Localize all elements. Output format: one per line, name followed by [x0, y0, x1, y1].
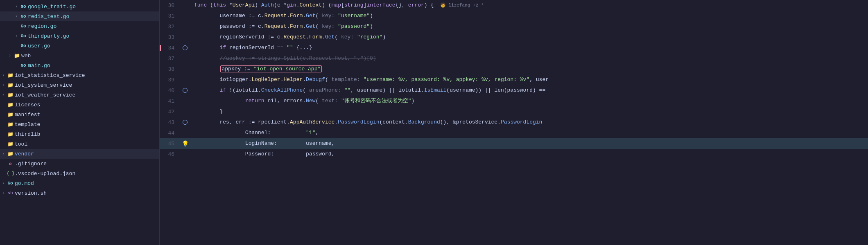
expand-arrow: ›: [0, 152, 7, 156]
sidebar-item-iot-statistics[interactable]: › 📁 iot_statistics_service: [0, 70, 159, 80]
code-line-37: 37 //appkey := strings.Split(c.Request.H…: [160, 53, 868, 64]
code-line-32: 32 password := c.Request.Form.Get( key: …: [160, 21, 868, 32]
folder-label: thirdlib: [15, 131, 40, 137]
line-code-44: Channel: "1",: [191, 128, 868, 138]
expand-arrow: ›: [13, 34, 20, 38]
code-line-40: 40 if !(iotutil.CheckAllPhone( areaPhone…: [160, 85, 868, 96]
expand-arrow: ›: [0, 73, 7, 78]
go-file-icon: Go: [20, 24, 27, 29]
line-number-33: 33: [160, 34, 179, 40]
file-label: redis_test.go: [28, 13, 69, 20]
line-code-41: return nil, errors.New( text: "账号和密码不合法或…: [191, 96, 868, 106]
expand-arrow: ›: [0, 191, 7, 196]
line-number-40: 40: [160, 88, 179, 94]
file-label: thirdparty.go: [28, 33, 69, 39]
code-line-46: 46 Password: password,: [160, 149, 868, 160]
folder-label: iot_statistics_service: [15, 72, 85, 79]
sidebar-item-gitignore[interactable]: ⚙ .gitignore: [0, 159, 159, 169]
sidebar-item-go-mod[interactable]: › Go go.mod: [0, 178, 159, 188]
sidebar-item-template[interactable]: 📁 template: [0, 119, 159, 129]
line-code-33: regionServerId := c.Request.Form.Get( ke…: [191, 32, 868, 43]
go-file-icon: Go: [20, 34, 27, 38]
line-code-39: iotlogger.LogHelper.Helper.Debugf( templ…: [191, 74, 868, 85]
file-tree: › Go google_trait.go › Go redis_test.go …: [0, 0, 160, 245]
line-number-42: 42: [160, 109, 179, 115]
sidebar-item-iot-system[interactable]: › 📁 iot_system_service: [0, 80, 159, 90]
sidebar-item-tool[interactable]: 📁 tool: [0, 139, 159, 149]
sidebar-item-main[interactable]: Go main.go: [0, 61, 159, 70]
code-line-34: 34 if regionServerId == "" {...}: [160, 43, 868, 53]
code-editor: 30 func (this *UserApi) Auth(c *gin.Cont…: [160, 0, 868, 245]
sidebar-item-web[interactable]: › 📁 web: [0, 51, 159, 61]
folder-icon: 📁: [7, 82, 14, 88]
modified-indicator: [160, 45, 161, 51]
folder-label: iot_system_service: [15, 82, 72, 88]
folder-icon: 📁: [7, 92, 14, 98]
git-circle-icon: [183, 45, 188, 50]
git-circle-icon: [183, 120, 188, 125]
sh-icon: sh: [7, 191, 14, 196]
expand-arrow: ›: [7, 54, 13, 58]
line-code-31: username := c.Request.Form.Get( key: "us…: [191, 11, 868, 21]
code-line-44: 44 Channel: "1",: [160, 128, 868, 138]
folder-icon: 📁: [13, 53, 20, 59]
sidebar-item-vendor[interactable]: › 📁 vendor: [0, 149, 159, 159]
go-file-icon: Go: [7, 181, 14, 186]
line-number-37: 37: [160, 56, 179, 62]
sidebar-item-user[interactable]: Go user.go: [0, 41, 159, 51]
sidebar-item-licenses[interactable]: 📁 licenses: [0, 100, 159, 110]
line-number-34: 34: [160, 45, 179, 51]
sidebar-item-version-sh[interactable]: › sh version.sh: [0, 188, 159, 198]
line-icons-34: [179, 45, 191, 50]
code-line-45: 45 💡 LoginName: username,: [160, 138, 868, 149]
line-code-45: LoginName: username,: [191, 138, 868, 149]
line-code-34: if regionServerId == "" {...}: [191, 43, 868, 53]
line-icons-45: 💡: [179, 140, 191, 147]
line-code-43: res, err := rpcclient.AppAuthService.Pas…: [191, 117, 868, 128]
sidebar-item-google-trait[interactable]: › Go google_trait.go: [0, 2, 159, 11]
folder-icon: 📁: [7, 121, 14, 128]
folder-icon: 📁: [7, 72, 14, 79]
sidebar-item-thirdparty[interactable]: › Go thirdparty.go: [0, 31, 159, 41]
expand-arrow: ›: [13, 14, 20, 19]
sidebar-item-region[interactable]: Go region.go: [0, 21, 159, 31]
line-code-40: if !(iotutil.CheckAllPhone( areaPhone: "…: [191, 85, 868, 96]
folder-icon: 📁: [7, 102, 14, 108]
lightbulb-icon: 💡: [182, 140, 189, 147]
line-code-30: func (this *UserApi) Auth(c *gin.Context…: [191, 0, 868, 11]
folder-label: manifest: [15, 112, 40, 118]
folder-label: iot_weather_service: [15, 92, 75, 98]
go-file-icon: Go: [20, 63, 27, 68]
line-number-46: 46: [160, 151, 179, 157]
code-line-39: 39 iotlogger.LogHelper.Helper.Debugf( te…: [160, 74, 868, 85]
sidebar-item-manifest[interactable]: 📁 manifest: [0, 110, 159, 119]
folder-label: licenses: [15, 102, 40, 108]
go-file-icon: Go: [20, 14, 27, 19]
folder-label: web: [21, 53, 31, 59]
sidebar-item-vscode-upload[interactable]: { } .vscode-upload.json: [0, 169, 159, 178]
line-code-37: //appkey := strings.Split(c.Request.Host…: [191, 53, 868, 64]
line-number-31: 31: [160, 13, 179, 19]
folder-icon: 📁: [7, 151, 14, 157]
code-line-30: 30 func (this *UserApi) Auth(c *gin.Cont…: [160, 0, 868, 11]
file-label: .vscode-upload.json: [15, 171, 75, 177]
folder-label: tool: [15, 141, 27, 147]
sidebar-item-iot-weather[interactable]: › 📁 iot_weather_service: [0, 90, 159, 100]
file-label: .gitignore: [15, 161, 47, 167]
line-icons-43: [179, 120, 191, 125]
line-code-38: appkey := "iot-open-source-app": [191, 64, 868, 74]
sidebar-item-redis-test[interactable]: › Go redis_test.go: [0, 11, 159, 21]
file-label: version.sh: [15, 190, 47, 196]
line-number-41: 41: [160, 98, 179, 104]
code-line-41: 41 return nil, errors.New( text: "账号和密码不…: [160, 96, 868, 106]
folder-label: template: [15, 121, 40, 128]
line-icons-40: [179, 88, 191, 93]
folder-icon: 📁: [7, 141, 14, 147]
gitignore-icon: ⚙: [7, 161, 14, 166]
go-file-icon: Go: [20, 4, 27, 9]
go-file-icon: Go: [20, 43, 27, 48]
line-code-42: }: [191, 106, 868, 117]
line-number-32: 32: [160, 24, 179, 30]
file-label: google_trait.go: [28, 4, 76, 10]
sidebar-item-thirdlib[interactable]: 📁 thirdlib: [0, 129, 159, 139]
